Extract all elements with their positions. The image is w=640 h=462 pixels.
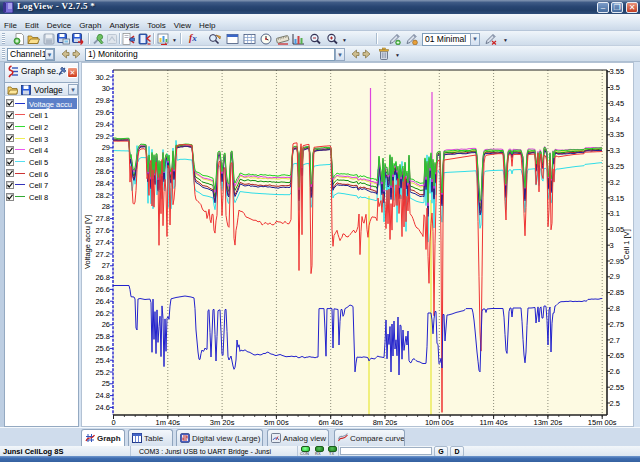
svg-text:29: 29 [102, 143, 110, 152]
svg-text:2.65: 2.65 [610, 351, 625, 360]
svg-text:Cell 1 [V]: Cell 1 [V] [622, 229, 631, 259]
svg-text:30: 30 [102, 84, 110, 93]
svg-text:3.1: 3.1 [610, 209, 620, 218]
svg-text:27.2: 27.2 [95, 250, 110, 259]
svg-text:3.25: 3.25 [610, 162, 625, 171]
svg-text:28.4: 28.4 [95, 179, 110, 188]
svg-text:8m 20s: 8m 20s [373, 418, 398, 427]
svg-text:2.5: 2.5 [610, 399, 620, 408]
svg-text:27.6: 27.6 [95, 226, 110, 235]
svg-text:28.8: 28.8 [95, 155, 110, 164]
svg-text:2.8: 2.8 [610, 304, 620, 313]
svg-text:2.9: 2.9 [610, 272, 620, 281]
svg-text:26: 26 [102, 320, 110, 329]
svg-text:3.15: 3.15 [610, 194, 625, 203]
svg-text:26.6: 26.6 [95, 285, 110, 294]
svg-text:2.75: 2.75 [610, 320, 625, 329]
svg-text:26.4: 26.4 [95, 297, 110, 306]
svg-text:2.85: 2.85 [610, 288, 625, 297]
svg-text:3m 20s: 3m 20s [210, 418, 235, 427]
svg-text:0: 0 [111, 418, 115, 427]
svg-text:27: 27 [102, 261, 110, 270]
svg-text:3: 3 [610, 241, 614, 250]
svg-text:5m 00s: 5m 00s [264, 418, 289, 427]
svg-text:13m 20s: 13m 20s [534, 418, 563, 427]
svg-text:25.4: 25.4 [95, 356, 110, 365]
svg-text:28.6: 28.6 [95, 167, 110, 176]
svg-text:30.2: 30.2 [95, 73, 110, 82]
svg-text:3.5: 3.5 [610, 83, 620, 92]
svg-text:29.4: 29.4 [95, 120, 110, 129]
svg-text:24.6: 24.6 [95, 403, 110, 412]
svg-text:27.4: 27.4 [95, 238, 110, 247]
svg-text:15m 00s: 15m 00s [588, 418, 617, 427]
svg-text:3.4: 3.4 [610, 115, 620, 124]
svg-text:29.2: 29.2 [95, 132, 110, 141]
svg-text:2.6: 2.6 [610, 367, 620, 376]
svg-text:25.6: 25.6 [95, 344, 110, 353]
svg-text:29.6: 29.6 [95, 108, 110, 117]
svg-text:Voltage accu [V]: Voltage accu [V] [83, 215, 92, 269]
svg-text:2.55: 2.55 [610, 383, 625, 392]
svg-text:3.55: 3.55 [610, 67, 625, 76]
svg-text:29.8: 29.8 [95, 96, 110, 105]
svg-text:27.8: 27.8 [95, 214, 110, 223]
svg-text:10m 00s: 10m 00s [425, 418, 454, 427]
svg-text:3.45: 3.45 [610, 99, 625, 108]
svg-text:25.8: 25.8 [95, 332, 110, 341]
svg-text:26.2: 26.2 [95, 309, 110, 318]
svg-text:3.35: 3.35 [610, 130, 625, 139]
svg-text:25.2: 25.2 [95, 368, 110, 377]
svg-text:3.2: 3.2 [610, 178, 620, 187]
svg-text:11m 40s: 11m 40s [479, 418, 507, 427]
svg-text:3.3: 3.3 [610, 146, 620, 155]
svg-text:28: 28 [102, 202, 110, 211]
svg-text:28.2: 28.2 [95, 191, 110, 200]
svg-text:6m 40s: 6m 40s [318, 418, 343, 427]
svg-text:25: 25 [102, 379, 110, 388]
svg-text:26.8: 26.8 [95, 273, 110, 282]
svg-text:2.7: 2.7 [610, 336, 620, 345]
svg-text:24.8: 24.8 [95, 391, 110, 400]
svg-text:1m 40s: 1m 40s [155, 418, 180, 427]
